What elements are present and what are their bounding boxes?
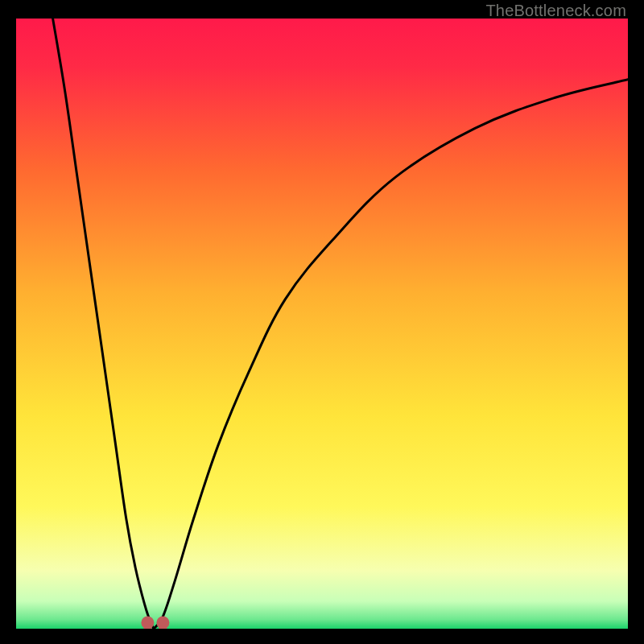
chart-frame [16,19,628,629]
watermark-text: TheBottleneck.com [485,2,626,20]
marker-minimum-right [156,616,169,629]
marker-minimum-left [141,616,154,629]
bottleneck-chart [16,19,628,629]
heat-gradient-background [16,19,628,629]
